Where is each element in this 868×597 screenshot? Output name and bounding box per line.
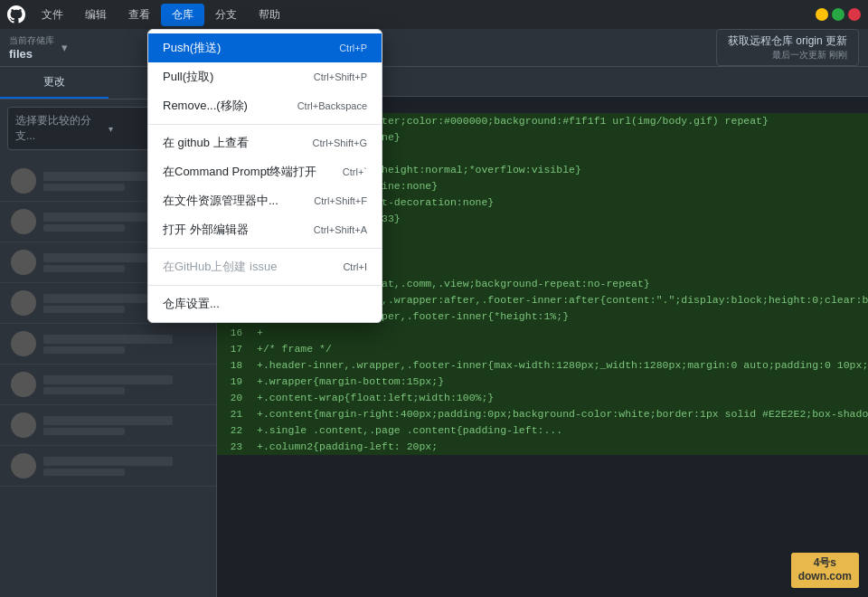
menu-item-create-issue: 在GitHub上创建 issue Ctrl+I <box>148 252 382 281</box>
menu-item-open-editor-label: 打开 外部编辑器 <box>163 222 249 238</box>
menu-item-open-terminal-label: 在Command Prompt终端打开 <box>163 164 316 180</box>
menu-item-view-github-label: 在 github 上查看 <box>163 135 249 151</box>
menu-item-push[interactable]: Push(推送) Ctrl+P <box>148 33 382 62</box>
menu-item-open-editor-shortcut: Ctrl+Shift+A <box>314 224 367 235</box>
menu-item-push-shortcut: Ctrl+P <box>339 43 367 53</box>
menu-item-open-explorer-shortcut: Ctrl+Shift+F <box>314 195 367 206</box>
menu-item-push-label: Push(推送) <box>163 40 221 56</box>
watermark: 4号sdown.com <box>791 553 859 588</box>
menu-item-remove-label: Remove...(移除) <box>163 98 248 114</box>
dropdown-overlay[interactable] <box>0 0 868 597</box>
menu-item-open-editor[interactable]: 打开 外部编辑器 Ctrl+Shift+A <box>148 215 382 244</box>
menu-item-create-issue-shortcut: Ctrl+I <box>343 261 367 272</box>
menu-item-view-github[interactable]: 在 github 上查看 Ctrl+Shift+G <box>148 128 382 157</box>
menu-item-pull-label: Pull(拉取) <box>163 69 213 85</box>
menu-item-view-github-shortcut: Ctrl+Shift+G <box>312 137 367 148</box>
menu-item-repo-settings[interactable]: 仓库设置... <box>148 289 382 318</box>
menu-item-open-explorer[interactable]: 在文件资源管理器中... Ctrl+Shift+F <box>148 186 382 215</box>
menu-item-remove-shortcut: Ctrl+Backspace <box>297 100 367 111</box>
menu-separator-1 <box>148 124 382 125</box>
menu-item-pull-shortcut: Ctrl+Shift+P <box>314 71 367 82</box>
menu-item-create-issue-label: 在GitHub上创建 issue <box>163 259 277 275</box>
menu-separator-2 <box>148 248 382 249</box>
menu-item-open-terminal-shortcut: Ctrl+` <box>343 166 367 177</box>
menu-item-open-terminal[interactable]: 在Command Prompt终端打开 Ctrl+` <box>148 157 382 186</box>
menu-item-remove[interactable]: Remove...(移除) Ctrl+Backspace <box>148 91 382 120</box>
menu-item-repo-settings-label: 仓库设置... <box>163 296 220 312</box>
dropdown-menu: Push(推送) Ctrl+P Pull(拉取) Ctrl+Shift+P Re… <box>147 29 382 323</box>
menu-separator-3 <box>148 285 382 286</box>
menu-item-open-explorer-label: 在文件资源管理器中... <box>163 193 278 209</box>
menu-item-pull[interactable]: Pull(拉取) Ctrl+Shift+P <box>148 62 382 91</box>
